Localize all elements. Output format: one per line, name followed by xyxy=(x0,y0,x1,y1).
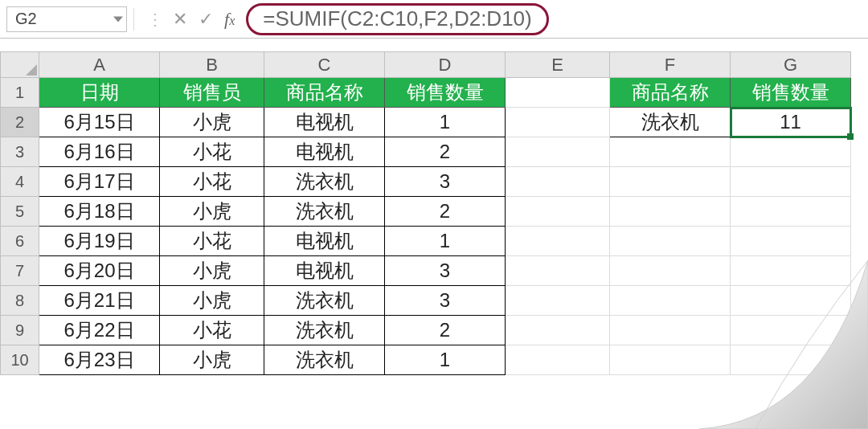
cell-A4[interactable]: 6月17日 xyxy=(39,167,160,197)
cell-G4[interactable] xyxy=(731,167,851,197)
cell-C7[interactable]: 电视机 xyxy=(264,256,385,286)
cell-E4[interactable] xyxy=(506,167,610,197)
cell-B5[interactable]: 小虎 xyxy=(160,197,264,227)
cell-A5[interactable]: 6月18日 xyxy=(39,197,160,227)
cell-F4[interactable] xyxy=(610,167,731,197)
accept-icon[interactable]: ✓ xyxy=(199,9,213,30)
formula-bar: G2 ⋮ ✕ ✓ fx =SUMIF(C2:C10,F2,D2:D10) xyxy=(0,0,868,39)
cell-F1[interactable]: 商品名称 xyxy=(610,78,731,108)
cell-E8[interactable] xyxy=(506,286,610,316)
row-header-10[interactable]: 10 xyxy=(1,345,39,375)
cell-A2[interactable]: 6月15日 xyxy=(39,108,160,137)
cell-F5[interactable] xyxy=(610,197,731,227)
cell-B9[interactable]: 小花 xyxy=(160,316,264,345)
chevron-down-icon[interactable] xyxy=(113,16,123,22)
cell-F9[interactable] xyxy=(610,316,731,345)
cell-F3[interactable] xyxy=(610,137,731,167)
cell-E6[interactable] xyxy=(506,227,610,256)
cell-B2[interactable]: 小虎 xyxy=(160,108,264,137)
cell-D9[interactable]: 2 xyxy=(385,316,506,345)
cell-E5[interactable] xyxy=(506,197,610,227)
col-header-B[interactable]: B xyxy=(160,52,264,78)
row-header-5[interactable]: 5 xyxy=(1,197,39,227)
cell-G8[interactable] xyxy=(731,286,851,316)
cell-E9[interactable] xyxy=(506,316,610,345)
cell-G9[interactable] xyxy=(731,316,851,345)
row-header-6[interactable]: 6 xyxy=(1,227,39,256)
cell-C5[interactable]: 洗衣机 xyxy=(264,197,385,227)
cell-E7[interactable] xyxy=(506,256,610,286)
cell-A10[interactable]: 6月23日 xyxy=(39,345,160,375)
cell-D7[interactable]: 3 xyxy=(385,256,506,286)
col-header-E[interactable]: E xyxy=(506,52,610,78)
cell-G5[interactable] xyxy=(731,197,851,227)
cell-B4[interactable]: 小花 xyxy=(160,167,264,197)
cell-G1[interactable]: 销售数量 xyxy=(731,78,851,108)
cell-C2[interactable]: 电视机 xyxy=(264,108,385,137)
fx-icon[interactable]: fx xyxy=(224,9,235,30)
cell-A9[interactable]: 6月22日 xyxy=(39,316,160,345)
formula-input-highlighted[interactable]: =SUMIF(C2:C10,F2,D2:D10) xyxy=(246,3,548,35)
cell-A6[interactable]: 6月19日 xyxy=(39,227,160,256)
cell-D3[interactable]: 2 xyxy=(385,137,506,167)
cancel-icon[interactable]: ✕ xyxy=(173,9,187,30)
cell-C1[interactable]: 商品名称 xyxy=(264,78,385,108)
more-icon[interactable]: ⋮ xyxy=(147,10,162,29)
cell-G3[interactable] xyxy=(731,137,851,167)
row-header-9[interactable]: 9 xyxy=(1,316,39,345)
cell-A1[interactable]: 日期 xyxy=(39,78,160,108)
cell-D8[interactable]: 3 xyxy=(385,286,506,316)
cell-B3[interactable]: 小花 xyxy=(160,137,264,167)
name-box[interactable]: G2 xyxy=(6,6,127,32)
cell-C10[interactable]: 洗衣机 xyxy=(264,345,385,375)
col-header-G[interactable]: G xyxy=(731,52,851,78)
col-header-A[interactable]: A xyxy=(39,52,160,78)
cell-G2[interactable]: 11 xyxy=(731,108,851,137)
spreadsheet-grid[interactable]: A B C D E F G 1 日期 销售员 商品名称 销售数量 商品名称 销售… xyxy=(0,51,868,375)
cell-E1[interactable] xyxy=(506,78,610,108)
cell-F7[interactable] xyxy=(610,256,731,286)
cell-C4[interactable]: 洗衣机 xyxy=(264,167,385,197)
cell-G10[interactable] xyxy=(731,345,851,375)
cell-D5[interactable]: 2 xyxy=(385,197,506,227)
cell-A3[interactable]: 6月16日 xyxy=(39,137,160,167)
col-header-D[interactable]: D xyxy=(385,52,506,78)
row-header-2[interactable]: 2 xyxy=(1,108,39,137)
cell-D2[interactable]: 1 xyxy=(385,108,506,137)
cell-E3[interactable] xyxy=(506,137,610,167)
cell-F8[interactable] xyxy=(610,286,731,316)
cell-B8[interactable]: 小虎 xyxy=(160,286,264,316)
formula-bar-icons: ⋮ ✕ ✓ fx xyxy=(147,9,235,30)
cell-D10[interactable]: 1 xyxy=(385,345,506,375)
cell-A7[interactable]: 6月20日 xyxy=(39,256,160,286)
formula-text: =SUMIF(C2:C10,F2,D2:D10) xyxy=(263,6,531,31)
cell-B1[interactable]: 销售员 xyxy=(160,78,264,108)
cell-G6[interactable] xyxy=(731,227,851,256)
row-header-1[interactable]: 1 xyxy=(1,78,39,108)
cell-F10[interactable] xyxy=(610,345,731,375)
row-header-4[interactable]: 4 xyxy=(1,167,39,197)
cell-C6[interactable]: 电视机 xyxy=(264,227,385,256)
col-header-F[interactable]: F xyxy=(610,52,731,78)
cell-F6[interactable] xyxy=(610,227,731,256)
row-header-7[interactable]: 7 xyxy=(1,256,39,286)
cell-B7[interactable]: 小虎 xyxy=(160,256,264,286)
cell-C8[interactable]: 洗衣机 xyxy=(264,286,385,316)
cell-reference: G2 xyxy=(15,10,37,28)
cell-C9[interactable]: 洗衣机 xyxy=(264,316,385,345)
row-header-8[interactable]: 8 xyxy=(1,286,39,316)
cell-D1[interactable]: 销售数量 xyxy=(385,78,506,108)
cell-B6[interactable]: 小花 xyxy=(160,227,264,256)
cell-D4[interactable]: 3 xyxy=(385,167,506,197)
row-header-3[interactable]: 3 xyxy=(1,137,39,167)
col-header-C[interactable]: C xyxy=(264,52,385,78)
cell-C3[interactable]: 电视机 xyxy=(264,137,385,167)
cell-B10[interactable]: 小虎 xyxy=(160,345,264,375)
select-all-corner[interactable] xyxy=(1,52,39,78)
cell-G7[interactable] xyxy=(731,256,851,286)
cell-A8[interactable]: 6月21日 xyxy=(39,286,160,316)
cell-D6[interactable]: 1 xyxy=(385,227,506,256)
cell-F2[interactable]: 洗衣机 xyxy=(610,108,731,137)
cell-E10[interactable] xyxy=(506,345,610,375)
cell-E2[interactable] xyxy=(506,108,610,137)
